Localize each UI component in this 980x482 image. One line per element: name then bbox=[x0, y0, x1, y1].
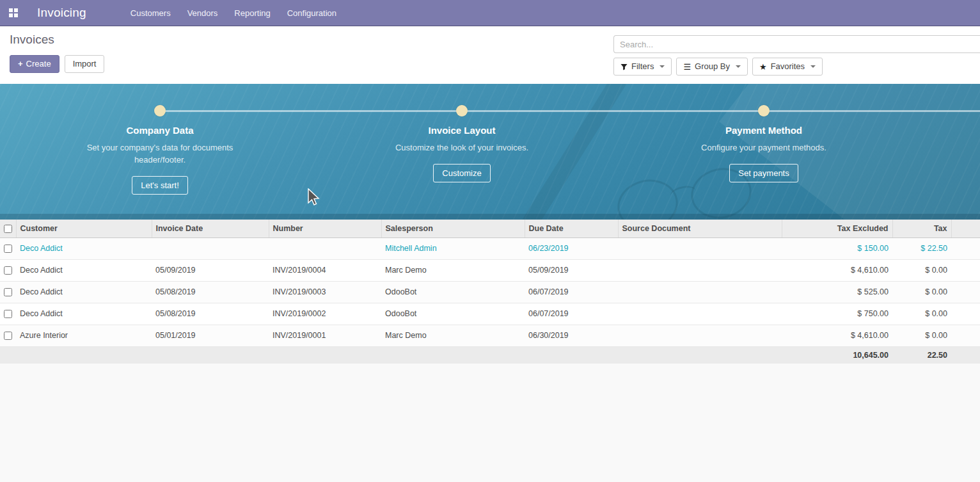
row-checkbox[interactable] bbox=[4, 245, 12, 253]
cell-customer: Azure Interior bbox=[16, 325, 152, 346]
row-checkbox[interactable] bbox=[4, 332, 12, 340]
select-all-checkbox[interactable] bbox=[4, 225, 12, 233]
table-header-row: Customer Invoice Date Number Salesperson… bbox=[0, 220, 980, 237]
create-button-label: Create bbox=[26, 59, 51, 68]
cell-source-document bbox=[618, 259, 782, 281]
row-checkbox-cell bbox=[0, 325, 16, 346]
menu-item-reporting[interactable]: Reporting bbox=[226, 1, 278, 26]
lets-start-button[interactable]: Let's start! bbox=[132, 176, 188, 195]
chevron-down-icon bbox=[736, 65, 741, 68]
menu-item-vendors[interactable]: Vendors bbox=[179, 1, 226, 26]
onboarding-banner: Company Data Set your company's data for… bbox=[0, 84, 980, 220]
row-checkbox-cell bbox=[0, 259, 16, 281]
navbar-menu: Customers Vendors Reporting Configuratio… bbox=[122, 1, 345, 26]
step-title: Invoice Layout bbox=[366, 125, 558, 136]
cell-due-date: 06/07/2019 bbox=[525, 303, 618, 325]
cell-source-document bbox=[618, 237, 782, 259]
cell-number bbox=[269, 237, 381, 259]
top-navbar: Invoicing Customers Vendors Reporting Co… bbox=[0, 0, 980, 26]
plus-icon: + bbox=[18, 59, 23, 68]
step-description: Set your company's data for documents he… bbox=[86, 141, 233, 166]
column-header-salesperson[interactable]: Salesperson bbox=[381, 220, 525, 237]
onboarding-step-company-data: Company Data Set your company's data for… bbox=[64, 125, 256, 195]
onboarding-step-dot bbox=[758, 105, 770, 116]
row-checkbox-cell bbox=[0, 303, 16, 325]
set-payments-button[interactable]: Set payments bbox=[729, 164, 798, 182]
cell-number: INV/2019/0002 bbox=[269, 303, 381, 325]
cell-source-document bbox=[618, 303, 782, 325]
table-footer-row: 10,645.00 22.50 bbox=[0, 346, 980, 364]
app-brand-title[interactable]: Invoicing bbox=[37, 6, 86, 20]
cell-invoice-date: 05/09/2019 bbox=[152, 259, 269, 281]
total-tax: 22.50 bbox=[892, 346, 951, 364]
column-header-number[interactable]: Number bbox=[269, 220, 381, 237]
cell-source-document bbox=[618, 325, 782, 346]
cell-tax: $ 0.00 bbox=[892, 259, 951, 281]
filters-button-label: Filters bbox=[631, 61, 654, 72]
cell-due-date: 06/07/2019 bbox=[525, 281, 618, 303]
row-checkbox[interactable] bbox=[4, 266, 12, 275]
column-header-due-date[interactable]: Due Date bbox=[525, 220, 618, 237]
customize-button[interactable]: Customize bbox=[433, 164, 490, 182]
cell-customer: Deco Addict bbox=[16, 237, 152, 259]
group-by-button[interactable]: ☰ Group By bbox=[676, 58, 748, 76]
invoice-table-row[interactable]: Azure Interior 05/01/2019 INV/2019/0001 … bbox=[0, 325, 980, 346]
invoice-table-row[interactable]: Deco Addict 05/09/2019 INV/2019/0004 Mar… bbox=[0, 259, 980, 281]
invoice-table-row[interactable]: Deco Addict Mitchell Admin 06/23/2019 $ … bbox=[0, 237, 980, 259]
column-header-tax[interactable]: Tax bbox=[892, 220, 951, 237]
row-checkbox-cell bbox=[0, 237, 16, 259]
cell-salesperson: OdooBot bbox=[381, 281, 525, 303]
cell-salesperson: Mitchell Admin bbox=[381, 237, 525, 259]
row-checkbox[interactable] bbox=[4, 310, 12, 318]
cell-tax: $ 0.00 bbox=[892, 281, 951, 303]
search-input[interactable] bbox=[613, 35, 980, 53]
row-checkbox[interactable] bbox=[4, 288, 12, 296]
apps-grid-square bbox=[14, 13, 18, 17]
cell-tax-excluded: $ 4,610.00 bbox=[782, 259, 892, 281]
total-tax-excluded: 10,645.00 bbox=[782, 346, 892, 364]
cell-salesperson: OdooBot bbox=[381, 303, 525, 325]
create-button[interactable]: +Create bbox=[10, 55, 59, 73]
column-header-invoice-date[interactable]: Invoice Date bbox=[152, 220, 269, 237]
menu-item-customers[interactable]: Customers bbox=[122, 1, 179, 26]
bars-icon: ☰ bbox=[683, 63, 691, 71]
favorites-button[interactable]: ★ Favorites bbox=[752, 58, 823, 76]
cell-tax-excluded: $ 4,610.00 bbox=[782, 325, 892, 346]
cell-invoice-date: 05/08/2019 bbox=[152, 281, 269, 303]
cell-number: INV/2019/0004 bbox=[269, 259, 381, 281]
star-icon: ★ bbox=[759, 63, 767, 71]
onboarding-step-dot bbox=[154, 105, 166, 116]
column-header-spacer bbox=[951, 220, 980, 237]
cell-tax-excluded: $ 150.00 bbox=[782, 237, 892, 259]
cell-tax-excluded: $ 525.00 bbox=[782, 281, 892, 303]
cell-invoice-date: 05/01/2019 bbox=[152, 325, 269, 346]
onboarding-progress-line bbox=[160, 110, 980, 112]
filters-button[interactable]: Filters bbox=[613, 58, 672, 76]
step-description: Customize the look of your invoices. bbox=[388, 141, 535, 154]
menu-item-configuration[interactable]: Configuration bbox=[279, 1, 345, 26]
cell-due-date: 06/30/2019 bbox=[525, 325, 618, 346]
cell-customer: Deco Addict bbox=[16, 303, 152, 325]
select-all-checkbox-cell bbox=[0, 220, 16, 237]
import-button-label: Import bbox=[73, 59, 97, 68]
column-header-tax-excluded[interactable]: Tax Excluded bbox=[782, 220, 892, 237]
cell-invoice-date: 05/08/2019 bbox=[152, 303, 269, 325]
apps-grid-icon[interactable] bbox=[9, 8, 18, 17]
import-button[interactable]: Import bbox=[65, 55, 105, 73]
content-background bbox=[0, 364, 980, 482]
column-header-source-document[interactable]: Source Document bbox=[618, 220, 782, 237]
invoice-table-row[interactable]: Deco Addict 05/08/2019 INV/2019/0003 Odo… bbox=[0, 281, 980, 303]
cell-invoice-date bbox=[152, 237, 269, 259]
cell-customer: Deco Addict bbox=[16, 259, 152, 281]
cell-tax: $ 22.50 bbox=[892, 237, 951, 259]
onboarding-step-invoice-layout: Invoice Layout Customize the look of you… bbox=[366, 125, 558, 182]
banner-decor-band bbox=[0, 214, 980, 220]
cell-tax: $ 0.00 bbox=[892, 325, 951, 346]
chevron-down-icon bbox=[660, 65, 665, 68]
step-title: Payment Method bbox=[668, 125, 860, 136]
column-header-customer[interactable]: Customer bbox=[16, 220, 152, 237]
invoice-table-row[interactable]: Deco Addict 05/08/2019 INV/2019/0002 Odo… bbox=[0, 303, 980, 325]
cell-salesperson: Marc Demo bbox=[381, 259, 525, 281]
apps-grid-square bbox=[9, 13, 13, 17]
cell-due-date: 06/23/2019 bbox=[525, 237, 618, 259]
